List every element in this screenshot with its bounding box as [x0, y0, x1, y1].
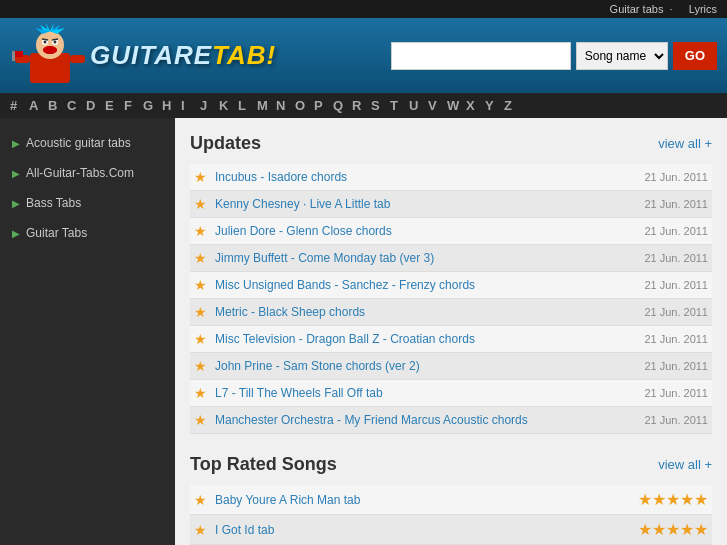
update-row-link[interactable]: Metric - Black Sheep chords: [215, 305, 365, 319]
svg-point-3: [43, 46, 57, 54]
alpha-nav-item[interactable]: G: [143, 98, 157, 113]
alpha-nav-item[interactable]: #: [10, 98, 24, 113]
table-row: ★ Baby Youre A Rich Man tab ★★★★★: [190, 485, 712, 515]
table-row: ★ L7 - Till The Wheels Fall Off tab 21 J…: [190, 380, 712, 407]
star-icon: ★: [194, 522, 207, 538]
rating-stars: ★★★★★: [638, 521, 708, 538]
star-icon: ★: [194, 277, 207, 293]
top-rated-title: Top Rated Songs: [190, 454, 337, 475]
alpha-nav-item[interactable]: M: [257, 98, 271, 113]
updates-table: ★ Incubus - Isadore chords 21 Jun. 2011 …: [190, 164, 712, 434]
guitar-tabs-link[interactable]: Guitar tabs: [610, 3, 664, 15]
logo-character: [10, 23, 90, 88]
table-row: ★ Misc Television - Dragon Ball Z - Croa…: [190, 326, 712, 353]
logo-text: GUITARETAB!: [90, 40, 276, 71]
alpha-nav-item[interactable]: J: [200, 98, 214, 113]
sidebar-item[interactable]: ▶Guitar Tabs: [0, 218, 175, 248]
lyrics-link[interactable]: Lyrics: [689, 3, 717, 15]
star-icon: ★: [194, 304, 207, 320]
star-icon: ★: [194, 250, 207, 266]
update-row-link[interactable]: Kenny Chesney · Live A Little tab: [215, 197, 390, 211]
alpha-nav-item[interactable]: H: [162, 98, 176, 113]
sidebar-item[interactable]: ▶Bass Tabs: [0, 188, 175, 218]
alpha-nav-item[interactable]: N: [276, 98, 290, 113]
alpha-nav-item[interactable]: S: [371, 98, 385, 113]
svg-rect-15: [70, 55, 85, 63]
table-row: ★ Julien Dore - Glenn Close chords 21 Ju…: [190, 218, 712, 245]
star-icon: ★: [194, 169, 207, 185]
alpha-nav-item[interactable]: P: [314, 98, 328, 113]
svg-point-1: [36, 31, 64, 59]
alpha-nav-item[interactable]: W: [447, 98, 461, 113]
alpha-nav-item[interactable]: F: [124, 98, 138, 113]
top-rated-table: ★ Baby Youre A Rich Man tab ★★★★★ ★ I Go…: [190, 485, 712, 545]
search-area: Song name Artist Tab type GO: [391, 42, 717, 70]
alpha-nav-item[interactable]: X: [466, 98, 480, 113]
table-row: ★ Kenny Chesney · Live A Little tab 21 J…: [190, 191, 712, 218]
alpha-nav-item[interactable]: Z: [504, 98, 518, 113]
top-bar: Guitar tabs · Lyrics: [0, 0, 727, 18]
sidebar-arrow: ▶: [12, 138, 20, 149]
sidebar-item[interactable]: ▶All-Guitar-Tabs.Com: [0, 158, 175, 188]
sidebar-item[interactable]: ▶Acoustic guitar tabs: [0, 128, 175, 158]
rating-stars: ★★★★★: [638, 491, 708, 508]
search-go-button[interactable]: GO: [673, 42, 717, 70]
alpha-nav-item[interactable]: D: [86, 98, 100, 113]
alpha-nav-item[interactable]: K: [219, 98, 233, 113]
search-type-select[interactable]: Song name Artist Tab type: [576, 42, 668, 70]
update-row-link[interactable]: Incubus - Isadore chords: [215, 170, 347, 184]
alpha-nav-item[interactable]: R: [352, 98, 366, 113]
sidebar-arrow: ▶: [12, 168, 20, 179]
star-icon: ★: [194, 223, 207, 239]
main-layout: ▶Acoustic guitar tabs▶All-Guitar-Tabs.Co…: [0, 118, 727, 545]
svg-point-6: [44, 41, 47, 44]
table-row: ★ Metric - Black Sheep chords 21 Jun. 20…: [190, 299, 712, 326]
top-rated-row-link[interactable]: Baby Youre A Rich Man tab: [215, 493, 360, 507]
table-row: ★ Misc Unsigned Bands - Sanchez - Frenzy…: [190, 272, 712, 299]
update-row-link[interactable]: Jimmy Buffett - Come Monday tab (ver 3): [215, 251, 434, 265]
header: GUITARETAB! Song name Artist Tab type GO: [0, 18, 727, 93]
svg-rect-16: [12, 51, 15, 61]
svg-point-7: [54, 41, 57, 44]
sidebar-item-label: Bass Tabs: [26, 196, 81, 210]
update-row-link[interactable]: Manchester Orchestra - My Friend Marcus …: [215, 413, 528, 427]
alpha-nav-item[interactable]: Y: [485, 98, 499, 113]
alpha-nav-item[interactable]: Q: [333, 98, 347, 113]
alpha-nav-item[interactable]: B: [48, 98, 62, 113]
sidebar-arrow: ▶: [12, 228, 20, 239]
update-row-link[interactable]: L7 - Till The Wheels Fall Off tab: [215, 386, 383, 400]
alpha-nav-item[interactable]: C: [67, 98, 81, 113]
alpha-nav-item[interactable]: L: [238, 98, 252, 113]
table-row: ★ John Prine - Sam Stone chords (ver 2) …: [190, 353, 712, 380]
update-row-link[interactable]: Julien Dore - Glenn Close chords: [215, 224, 392, 238]
star-icon: ★: [194, 412, 207, 428]
sidebar-item-label: Acoustic guitar tabs: [26, 136, 131, 150]
svg-rect-17: [15, 51, 23, 57]
updates-view-all[interactable]: view all +: [658, 136, 712, 151]
alpha-nav-item[interactable]: O: [295, 98, 309, 113]
alpha-nav-item[interactable]: U: [409, 98, 423, 113]
star-icon: ★: [194, 492, 207, 508]
alpha-nav-item[interactable]: T: [390, 98, 404, 113]
sidebar-arrow: ▶: [12, 198, 20, 209]
update-row-link[interactable]: Misc Unsigned Bands - Sanchez - Frenzy c…: [215, 278, 475, 292]
alpha-nav: #ABCDEFGHIJKLMNOPQRSTUVWXYZ: [0, 93, 727, 118]
search-input[interactable]: [391, 42, 571, 70]
star-icon: ★: [194, 331, 207, 347]
top-rated-view-all[interactable]: view all +: [658, 457, 712, 472]
top-rated-section-header: Top Rated Songs view all +: [190, 454, 712, 475]
table-row: ★ I Got Id tab ★★★★★: [190, 515, 712, 545]
alpha-nav-item[interactable]: I: [181, 98, 195, 113]
update-row-link[interactable]: John Prine - Sam Stone chords (ver 2): [215, 359, 420, 373]
top-rated-row-link[interactable]: I Got Id tab: [215, 523, 274, 537]
sidebar-item-label: Guitar Tabs: [26, 226, 87, 240]
alpha-nav-item[interactable]: V: [428, 98, 442, 113]
update-row-link[interactable]: Misc Television - Dragon Ball Z - Croati…: [215, 332, 475, 346]
alpha-nav-item[interactable]: A: [29, 98, 43, 113]
svg-line-18: [42, 39, 48, 40]
updates-title: Updates: [190, 133, 261, 154]
table-row: ★ Jimmy Buffett - Come Monday tab (ver 3…: [190, 245, 712, 272]
table-row: ★ Incubus - Isadore chords 21 Jun. 2011: [190, 164, 712, 191]
alpha-nav-item[interactable]: E: [105, 98, 119, 113]
site-title: GUITARETAB!: [90, 40, 276, 70]
